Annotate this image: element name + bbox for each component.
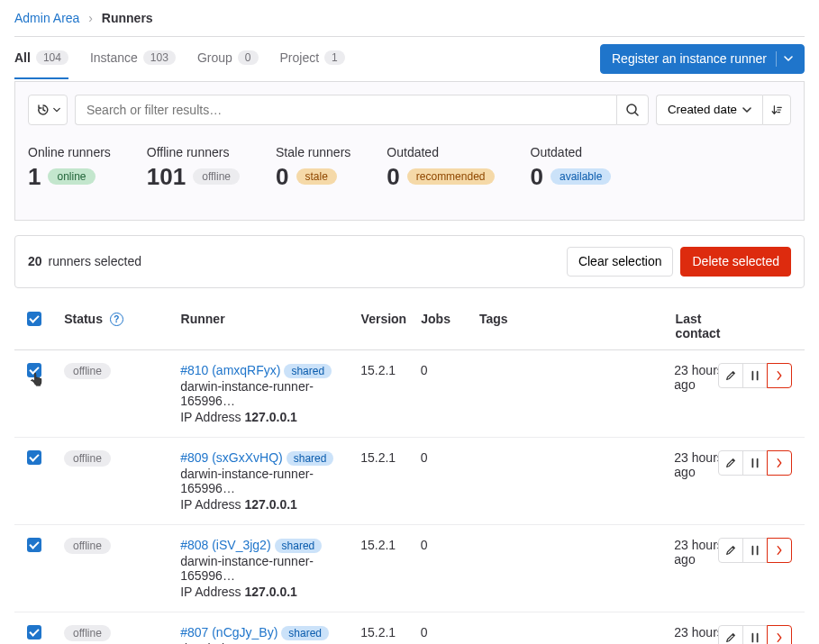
delete-button[interactable] [767, 625, 792, 644]
edit-button[interactable] [718, 450, 743, 476]
delete-icon [777, 369, 782, 382]
jobs-cell: 0 [421, 363, 479, 377]
edit-button[interactable] [718, 363, 743, 388]
bulk-action-bar: 20 runners selected Clear selection Dele… [14, 235, 805, 288]
sort-direction-icon [770, 104, 783, 116]
stat-number: 101 [147, 163, 186, 191]
stats-row: Online runners1onlineOffline runners101o… [28, 125, 791, 207]
tab-all[interactable]: All104 [14, 38, 68, 79]
row-checkbox[interactable] [27, 450, 41, 465]
runner-desc: darwin-instance-runner-165996… [180, 641, 360, 644]
tab-project[interactable]: Project1 [280, 38, 345, 79]
stat-label: Stale runners [276, 145, 350, 159]
breadcrumb-parent[interactable]: Admin Area [14, 11, 79, 25]
tabs-row: All104Instance103Group0Project1 Register… [14, 37, 805, 82]
stat-label: Offline runners [147, 145, 240, 159]
col-version: Version [361, 312, 422, 326]
stat-pill: offline [193, 168, 240, 185]
version-cell: 15.2.1 [360, 625, 421, 639]
history-button[interactable] [28, 95, 68, 125]
version-cell: 15.2.1 [360, 450, 421, 465]
help-icon[interactable]: ? [110, 313, 123, 326]
shared-badge: shared [287, 451, 334, 466]
row-checkbox[interactable] [27, 625, 41, 639]
tab-group[interactable]: Group0 [197, 38, 259, 79]
runner-id-link[interactable]: #810 (amxqRFyx) [180, 363, 280, 377]
runner-ip: IP Address 127.0.0.1 [180, 410, 360, 424]
stat-offline: Offline runners101offline [147, 145, 240, 191]
edit-button[interactable] [718, 625, 743, 644]
col-last: Last contact [676, 312, 729, 340]
pencil-icon [724, 544, 737, 557]
tab-count-badge: 0 [238, 50, 259, 65]
delete-button[interactable] [767, 450, 792, 476]
delete-button[interactable] [767, 363, 792, 388]
sort-label: Created date [668, 103, 737, 116]
stat-online: Online runners1online [28, 145, 111, 191]
history-icon [36, 103, 50, 117]
pause-button[interactable] [742, 538, 768, 563]
delete-button[interactable] [767, 538, 792, 563]
pencil-icon [724, 457, 737, 469]
stat-number: 0 [531, 163, 543, 191]
row-checkbox[interactable] [27, 538, 41, 552]
tab-count-badge: 103 [143, 50, 176, 65]
search-wrap [75, 95, 649, 125]
stat-pill: online [48, 168, 95, 185]
pause-icon [749, 631, 761, 644]
jobs-cell: 0 [421, 625, 479, 639]
sort-direction-button[interactable] [762, 95, 791, 125]
chevron-down-icon [776, 51, 793, 67]
status-badge: offline [64, 538, 111, 554]
status-badge: offline [64, 363, 111, 379]
shared-badge: shared [275, 539, 323, 553]
tab-instance[interactable]: Instance103 [90, 38, 176, 79]
stat-stale: Stale runners0stale [276, 145, 350, 191]
register-runner-button[interactable]: Register an instance runner [600, 44, 805, 74]
filter-row: Created date [28, 95, 791, 125]
search-button[interactable] [616, 95, 649, 125]
pause-button[interactable] [742, 450, 768, 476]
table-row: offline#807 (nCgJy_By)shareddarwin-insta… [14, 612, 805, 644]
pause-button[interactable] [742, 363, 768, 388]
pencil-icon [724, 631, 737, 644]
pause-icon [749, 457, 761, 469]
runner-id-link[interactable]: #808 (iSV_3jg2) [180, 538, 270, 552]
version-cell: 15.2.1 [360, 363, 421, 377]
stat-number: 1 [28, 163, 41, 191]
chevron-down-icon [53, 106, 60, 113]
tab-count-badge: 104 [36, 50, 68, 65]
breadcrumb-current: Runners [102, 11, 153, 25]
stat-number: 0 [276, 163, 288, 191]
col-status: Status [64, 312, 103, 326]
sort-button[interactable]: Created date [656, 95, 762, 125]
search-input[interactable] [75, 95, 616, 125]
stat-available: Outdated0available [531, 145, 612, 191]
runner-id-link[interactable]: #807 (nCgJy_By) [180, 625, 278, 639]
runner-ip: IP Address 127.0.0.1 [180, 585, 360, 599]
chevron-down-icon [742, 105, 751, 114]
shared-badge: shared [281, 626, 329, 640]
table-row: 👆offline#810 (amxqRFyx)shareddarwin-inst… [14, 350, 805, 438]
pause-icon [749, 369, 761, 382]
tab-count-badge: 1 [324, 50, 345, 65]
jobs-cell: 0 [421, 538, 479, 552]
row-checkbox[interactable] [27, 363, 41, 377]
tab-label: Instance [90, 50, 138, 65]
runner-id-link[interactable]: #809 (sxGxXvHQ) [180, 450, 283, 465]
select-all-checkbox[interactable] [27, 312, 41, 326]
col-jobs: Jobs [421, 312, 479, 326]
delete-icon [777, 544, 782, 557]
table-row: offline#809 (sxGxXvHQ)shareddarwin-insta… [14, 438, 805, 525]
breadcrumb: Admin Area › Runners [14, 0, 805, 37]
pause-button[interactable] [742, 625, 768, 644]
search-icon [625, 103, 640, 117]
edit-button[interactable] [718, 538, 743, 563]
tab-label: Project [280, 50, 320, 65]
clear-selection-button[interactable]: Clear selection [567, 247, 674, 277]
col-tags: Tags [479, 312, 676, 326]
stat-pill: available [551, 168, 611, 185]
bulk-text: runners selected [48, 254, 141, 268]
delete-selected-button[interactable]: Delete selected [680, 247, 791, 277]
pause-icon [749, 544, 761, 557]
